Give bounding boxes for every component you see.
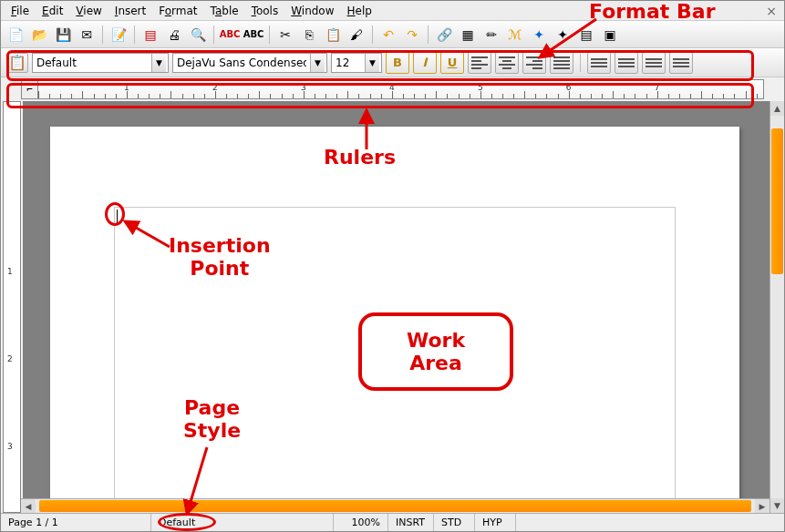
page-preview-icon[interactable]: 🔍 xyxy=(187,24,209,46)
auto-spellcheck-icon[interactable]: ABC xyxy=(243,24,264,46)
status-page: Page 1 / 1 xyxy=(1,514,151,531)
status-insert-mode[interactable]: INSRT xyxy=(388,514,434,531)
menu-bar: File Edit View Insert Format Table Tools… xyxy=(1,1,784,21)
status-bar: Page 1 / 1 Default 100% INSRT STD HYP xyxy=(1,513,784,531)
export-pdf-icon[interactable]: ▤ xyxy=(139,24,161,46)
gallery-icon[interactable]: ✦ xyxy=(552,24,573,46)
vertical-scrollbar[interactable]: ▲ ▼ xyxy=(770,101,784,513)
italic-button[interactable]: I xyxy=(413,52,437,74)
menu-edit[interactable]: Edit xyxy=(36,3,69,19)
scroll-left-icon[interactable]: ◀ xyxy=(21,499,36,513)
bold-button[interactable]: B xyxy=(386,52,409,74)
nonprinting-icon[interactable]: ▣ xyxy=(599,24,621,46)
page[interactable] xyxy=(50,127,739,513)
menu-format[interactable]: Format xyxy=(152,3,203,19)
styles-button[interactable]: 📋 xyxy=(6,53,28,73)
font-name-input[interactable] xyxy=(173,56,310,69)
navigator-icon[interactable]: ✦ xyxy=(528,24,550,46)
status-page-style[interactable]: Default xyxy=(151,514,334,531)
font-size-combo[interactable]: ▼ xyxy=(331,53,382,73)
undo-icon[interactable]: ↶ xyxy=(377,24,399,46)
paragraph-style-combo[interactable]: ▼ xyxy=(32,53,169,73)
menu-help[interactable]: Help xyxy=(341,3,378,19)
font-name-combo[interactable]: ▼ xyxy=(172,53,327,73)
format-paintbrush-icon[interactable]: 🖌 xyxy=(346,24,367,46)
align-right-button[interactable] xyxy=(522,52,546,74)
insert-table-icon[interactable]: ▦ xyxy=(457,24,479,46)
horizontal-scroll-thumb[interactable] xyxy=(39,500,751,512)
underline-button[interactable]: U xyxy=(440,52,464,74)
increase-indent-button[interactable] xyxy=(669,52,693,74)
data-sources-icon[interactable]: ▤ xyxy=(575,24,597,46)
status-hyphenation[interactable]: HYP xyxy=(475,514,516,531)
text-area[interactable] xyxy=(114,207,676,513)
paragraph-style-input[interactable] xyxy=(33,56,151,69)
document-viewport[interactable] xyxy=(23,101,770,513)
vertical-ruler[interactable]: 123 xyxy=(3,101,21,513)
horizontal-scrollbar[interactable]: ◀ ▶ xyxy=(21,498,770,513)
scroll-up-icon[interactable]: ▲ xyxy=(770,101,784,116)
status-zoom[interactable]: 100% xyxy=(334,514,388,531)
copy-icon[interactable]: ⎘ xyxy=(298,24,320,46)
horizontal-ruler[interactable]: ⌐ 1234567 xyxy=(21,79,764,99)
hyperlink-icon[interactable]: 🔗 xyxy=(433,24,455,46)
redo-icon[interactable]: ↷ xyxy=(401,24,423,46)
find-icon[interactable]: ℳ xyxy=(504,24,526,46)
numbered-list-button[interactable] xyxy=(587,52,611,74)
bullet-list-button[interactable] xyxy=(615,52,638,74)
chevron-down-icon[interactable]: ▼ xyxy=(365,54,379,72)
menu-table[interactable]: Table xyxy=(204,3,245,19)
vertical-scroll-thumb[interactable] xyxy=(771,128,783,274)
menu-view[interactable]: View xyxy=(69,3,108,19)
close-icon[interactable]: × xyxy=(762,4,780,18)
status-selection-mode[interactable]: STD xyxy=(434,514,475,531)
paste-icon[interactable]: 📋 xyxy=(322,24,344,46)
cut-icon[interactable]: ✂ xyxy=(274,24,296,46)
spellcheck-icon[interactable]: ABC xyxy=(219,24,241,46)
align-center-button[interactable] xyxy=(495,52,519,74)
scroll-right-icon[interactable]: ▶ xyxy=(755,499,770,513)
format-bar: 📋 ▼ ▼ ▼ B I U xyxy=(1,48,784,77)
chevron-down-icon[interactable]: ▼ xyxy=(310,54,325,72)
edit-file-icon[interactable]: 📝 xyxy=(108,24,129,46)
ruler-corner: ⌐ xyxy=(22,80,38,98)
new-icon[interactable]: 📄 xyxy=(5,24,26,46)
font-size-input[interactable] xyxy=(332,56,365,69)
menu-insert[interactable]: Insert xyxy=(108,3,152,19)
menu-file[interactable]: File xyxy=(5,3,36,19)
align-left-button[interactable] xyxy=(468,52,491,74)
scroll-down-icon[interactable]: ▼ xyxy=(770,498,784,513)
menu-tools[interactable]: Tools xyxy=(245,3,285,19)
text-cursor xyxy=(117,210,118,223)
chevron-down-icon[interactable]: ▼ xyxy=(151,54,166,72)
standard-toolbar: 📄 📂 💾 ✉ 📝 ▤ 🖨 🔍 ABC ABC ✂ ⎘ 📋 🖌 ↶ ↷ 🔗 ▦ … xyxy=(1,21,784,48)
align-justify-button[interactable] xyxy=(550,52,573,74)
save-icon[interactable]: 💾 xyxy=(52,24,74,46)
open-icon[interactable]: 📂 xyxy=(28,24,50,46)
show-draw-icon[interactable]: ✏ xyxy=(480,24,502,46)
decrease-indent-button[interactable] xyxy=(642,52,666,74)
menu-window[interactable]: Window xyxy=(284,3,340,19)
mail-icon[interactable]: ✉ xyxy=(76,24,98,46)
print-icon[interactable]: 🖨 xyxy=(163,24,185,46)
